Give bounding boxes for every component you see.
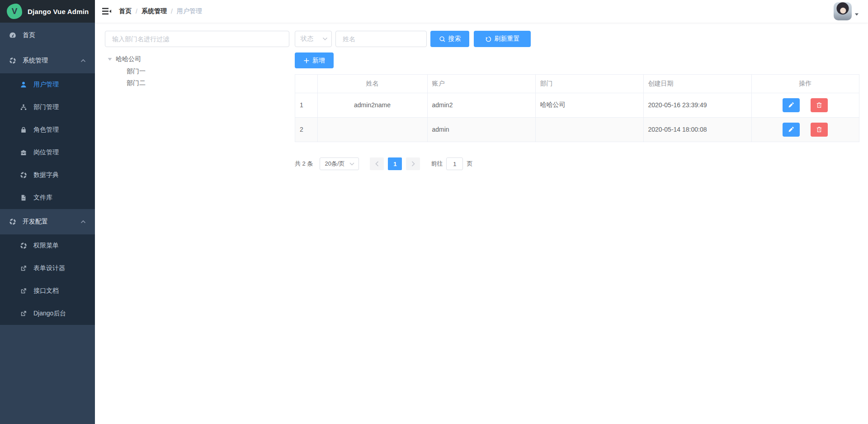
- tree-node-child[interactable]: 部门二: [105, 77, 289, 89]
- chevron-up-icon: [80, 220, 86, 224]
- sidebar-item-label: Django后台: [33, 310, 66, 318]
- sidebar-item-post-mgmt[interactable]: 岗位管理: [0, 141, 95, 164]
- app-logo-icon: V: [7, 4, 22, 19]
- trash-icon: [816, 102, 822, 108]
- trash-icon: [816, 126, 822, 133]
- col-dept: 部门: [535, 75, 643, 93]
- cell-account: admin2: [427, 93, 535, 117]
- sidebar-item-home[interactable]: 首页: [0, 23, 95, 48]
- delete-button[interactable]: [811, 123, 828, 137]
- sidebar-item-role-mgmt[interactable]: 角色管理: [0, 119, 95, 141]
- sidebar-item-permission-menu[interactable]: 权限菜单: [0, 234, 95, 257]
- tree-node-root[interactable]: 哈哈公司: [105, 53, 289, 65]
- app-title: Django Vue Admin: [28, 8, 89, 15]
- sidebar-section-dev-config[interactable]: 开发配置: [0, 209, 95, 234]
- caret-down-icon[interactable]: [854, 13, 859, 16]
- user-panel: 状态 搜索 刷新重置 新增: [295, 31, 859, 424]
- breadcrumb-separator: /: [136, 8, 137, 15]
- sidebar-item-dept-mgmt[interactable]: 部门管理: [0, 96, 95, 119]
- cell-dept: [535, 117, 643, 142]
- sidebar-section-label: 系统管理: [23, 57, 48, 65]
- sidebar-item-file-library[interactable]: 文件库: [0, 186, 95, 209]
- main-area: 首页 / 系统管理 / 用户管理 哈哈公司 部门一 部门二: [95, 0, 868, 424]
- filter-row: 状态 搜索 刷新重置: [295, 31, 859, 47]
- file-icon: [20, 194, 27, 201]
- dept-panel: 哈哈公司 部门一 部门二: [105, 31, 289, 424]
- component-icon: [9, 57, 16, 64]
- component-icon: [20, 172, 27, 179]
- chevron-down-icon: [349, 162, 354, 166]
- col-account: 账户: [427, 75, 535, 93]
- plus-icon: [303, 57, 310, 64]
- cell-dept: 哈哈公司: [535, 93, 643, 117]
- app-logo-bar[interactable]: V Django Vue Admin: [0, 0, 95, 23]
- tree-node-label[interactable]: 哈哈公司: [116, 55, 141, 63]
- breadcrumb: 首页 / 系统管理 / 用户管理: [119, 7, 202, 15]
- chevron-down-icon: [322, 37, 328, 41]
- user-avatar[interactable]: [834, 2, 852, 20]
- col-name: 姓名: [317, 75, 427, 93]
- breadcrumb-system[interactable]: 系统管理: [142, 7, 167, 15]
- sidebar-section-system[interactable]: 系统管理: [0, 48, 95, 73]
- tree-node-child[interactable]: 部门一: [105, 65, 289, 77]
- breadcrumb-separator: /: [171, 8, 173, 15]
- pen-icon: [788, 126, 794, 133]
- table-row: 1 admin2name admin2 哈哈公司 2020-05-16 23:3…: [295, 93, 859, 117]
- sidebar-toggle-icon[interactable]: [102, 7, 112, 15]
- submenu-dev-config: 权限菜单 表单设计器 接口文档 Django后台: [0, 234, 95, 325]
- sidebar-item-user-mgmt[interactable]: 用户管理: [0, 73, 95, 96]
- pagination: 共 2 条 20条/页 1 前往 页: [295, 157, 859, 170]
- goto-label: 前往: [431, 160, 443, 168]
- col-ops: 操作: [751, 75, 859, 93]
- cell-index: 2: [295, 117, 317, 142]
- cell-name: admin2name: [317, 93, 427, 117]
- page-size-select[interactable]: 20条/页: [320, 157, 359, 170]
- sidebar-item-label: 用户管理: [33, 81, 59, 89]
- cell-index: 1: [295, 93, 317, 117]
- page-number-button[interactable]: 1: [388, 157, 402, 170]
- sidebar-item-label: 角色管理: [33, 126, 59, 134]
- page-content: 哈哈公司 部门一 部门二 状态 搜索 刷新重置: [95, 23, 868, 424]
- sidebar-item-label: 文件库: [33, 194, 52, 202]
- col-index: [295, 75, 317, 93]
- delete-button[interactable]: [811, 98, 828, 112]
- external-link-icon: [20, 287, 27, 295]
- sidebar-item-api-docs[interactable]: 接口文档: [0, 280, 95, 302]
- cell-created: 2020-05-14 18:00:08: [643, 117, 751, 142]
- sidebar-item-label: 岗位管理: [33, 148, 59, 157]
- org-tree-icon: [20, 104, 27, 111]
- col-created: 创建日期: [643, 75, 751, 93]
- chevron-right-icon: [411, 161, 415, 167]
- goto-page-input[interactable]: [446, 157, 463, 170]
- tree-expand-caret-icon[interactable]: [108, 57, 112, 61]
- next-page-button[interactable]: [406, 157, 420, 170]
- prev-page-button[interactable]: [370, 157, 384, 170]
- navbar-right: [834, 2, 859, 20]
- external-link-icon: [20, 310, 27, 317]
- sidebar-item-label: 部门管理: [33, 103, 59, 111]
- sidebar-item-label: 数据字典: [33, 171, 59, 179]
- search-button[interactable]: 搜索: [430, 31, 469, 47]
- edit-button[interactable]: [783, 98, 800, 112]
- submenu-system: 用户管理 部门管理 角色管理 岗位管理 数据字典 文件库: [0, 73, 95, 209]
- component-icon: [20, 242, 27, 249]
- sidebar-item-data-dict[interactable]: 数据字典: [0, 164, 95, 186]
- page-unit-label: 页: [467, 160, 472, 168]
- cell-account: admin: [427, 117, 535, 142]
- lock-icon: [20, 126, 27, 133]
- sidebar-item-django-admin[interactable]: Django后台: [0, 302, 95, 325]
- dept-tree: 哈哈公司 部门一 部门二: [105, 53, 289, 89]
- sidebar-item-label: 权限菜单: [33, 242, 59, 250]
- status-select-placeholder: 状态: [301, 35, 313, 43]
- status-select[interactable]: 状态: [295, 31, 332, 47]
- top-navbar: 首页 / 系统管理 / 用户管理: [95, 0, 868, 23]
- sidebar-section-label: 开发配置: [23, 218, 48, 226]
- sidebar-item-form-designer[interactable]: 表单设计器: [0, 257, 95, 280]
- dept-filter-input[interactable]: [105, 31, 289, 47]
- refresh-reset-button[interactable]: 刷新重置: [474, 31, 531, 47]
- cell-ops: [751, 117, 859, 142]
- breadcrumb-home[interactable]: 首页: [119, 7, 132, 15]
- name-filter-input[interactable]: [335, 31, 427, 47]
- edit-button[interactable]: [783, 123, 800, 137]
- add-button[interactable]: 新增: [295, 52, 334, 68]
